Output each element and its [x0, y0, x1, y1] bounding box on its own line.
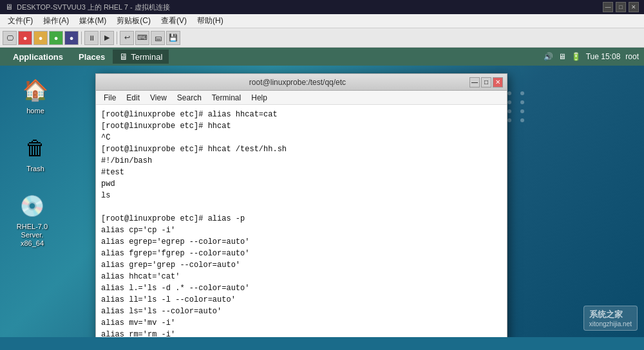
trash-icon: 🗑 — [20, 133, 51, 163]
toolbar-btn-pause[interactable]: ⏸ — [84, 31, 99, 45]
title-bar-buttons: — □ ✕ — [603, 2, 639, 12]
toolbar-sep-1 — [81, 32, 82, 44]
terminal-line-2: ^C — [101, 132, 502, 143]
title-bar: 🖥 DESKTOP-SVTVUU3 上的 RHEL 7 - 虚拟机连接 — □ … — [0, 0, 644, 14]
terminal-window-buttons: — □ ✕ — [469, 77, 503, 88]
maximize-button[interactable]: □ — [616, 2, 626, 12]
toolbar: 🖵 ● ● ● ● ⏸ ▶ ↩ ⌨ 🖴 💾 — [0, 28, 644, 48]
taskbar-applications[interactable]: Applications — [5, 50, 71, 64]
toolbar-btn-3[interactable]: ● — [33, 31, 48, 45]
toolbar-btn-play[interactable]: ▶ — [100, 31, 114, 45]
terminal-line-4: #!/bin/bash — [101, 155, 502, 167]
terminal-line-7: ls — [101, 190, 502, 201]
terminal-minimize-button[interactable]: — — [469, 77, 480, 88]
terminal-menu-search[interactable]: Search — [172, 92, 207, 104]
taskbar-battery-icon: 🔋 — [571, 52, 581, 61]
terminal-menu-terminal[interactable]: Terminal — [207, 92, 246, 104]
taskbar: Applications Places 🖥 Terminal 🔊 🖥 🔋 Tue… — [0, 48, 644, 66]
terminal-menu-view[interactable]: View — [145, 92, 172, 104]
close-button[interactable]: ✕ — [629, 2, 639, 12]
toolbar-sep-2 — [117, 32, 117, 44]
terminal-menu-edit[interactable]: Edit — [121, 92, 145, 104]
title-bar-left: 🖥 DESKTOP-SVTVUU3 上的 RHEL 7 - 虚拟机连接 — [5, 3, 170, 12]
desktop: 🏠 home 🗑 Trash 💿 RHEL-7.0 Server. x86_64… — [0, 66, 644, 337]
watermark-line1: 系统之家 — [589, 309, 632, 320]
desktop-icon-home[interactable]: 🏠 home — [13, 72, 58, 118]
home-icon: 🏠 — [20, 75, 51, 106]
menu-action[interactable]: 操作(A) — [38, 14, 74, 28]
menu-media[interactable]: 媒体(M) — [74, 14, 111, 28]
toolbar-btn-5[interactable]: ● — [64, 31, 79, 45]
terminal-body[interactable]: [root@linuxprobe etc]# alias hhcat=cat [… — [96, 105, 507, 337]
terminal-line-15: alias l.='ls -d .* --color=auto' — [101, 282, 502, 294]
watermark: 系统之家 xitongzhijia.net — [583, 306, 638, 331]
taskbar-right: 🔊 🖥 🔋 Tue 15:08 root — [544, 52, 639, 61]
watermark-line2: xitongzhijia.net — [589, 320, 632, 327]
terminal-line-19: alias rm='rm -i' — [101, 329, 502, 337]
terminal-title: root@linuxprobe:/test/qq/etc — [126, 78, 469, 87]
desktop-icon-dvd[interactable]: 💿 RHEL-7.0 Server. x86_64 — [10, 188, 55, 251]
taskbar-terminal-app[interactable]: 🖥 Terminal — [113, 50, 169, 64]
terminal-line-18: alias mv='mv -i' — [101, 317, 502, 329]
toolbar-btn-1[interactable]: 🖵 — [3, 31, 17, 45]
menu-help[interactable]: 帮助(H) — [192, 14, 229, 28]
terminal-line-13: alias grep='grep --color=auto' — [101, 259, 502, 271]
taskbar-time: Tue 15:08 — [586, 52, 621, 61]
taskbar-user: root — [625, 52, 639, 61]
taskbar-terminal-label: Terminal — [131, 52, 162, 62]
terminal-line-3: [root@linuxprobe etc]# hhcat /test/hh.sh — [101, 143, 502, 155]
menu-view[interactable]: 查看(V) — [156, 14, 192, 28]
dvd-icon-label: RHEL-7.0 Server. x86_64 — [12, 223, 52, 248]
menu-file[interactable]: 文件(F) — [3, 14, 38, 28]
terminal-line-10: alias cp='cp -i' — [101, 225, 502, 236]
terminal-line-16: alias ll='ls -l --color=auto' — [101, 294, 502, 306]
terminal-line-11: alias egrep='egrep --color=auto' — [101, 236, 502, 248]
toolbar-btn-4[interactable]: ● — [49, 31, 63, 45]
terminal-line-12: alias fgrep='fgrep --color=auto' — [101, 248, 502, 259]
terminal-menu-help[interactable]: Help — [246, 92, 272, 104]
taskbar-network-icon: 🖥 — [558, 52, 566, 61]
terminal-line-6: pwd — [101, 178, 502, 190]
terminal-line-5: #test — [101, 167, 502, 178]
taskbar-sound-icon: 🔊 — [544, 52, 553, 61]
window-title: DESKTOP-SVTVUU3 上的 RHEL 7 - 虚拟机连接 — [17, 3, 170, 12]
home-icon-label: home — [26, 107, 44, 115]
terminal-window: root@linuxprobe:/test/qq/etc — □ ✕ File … — [95, 73, 507, 337]
taskbar-left: Applications Places 🖥 Terminal — [5, 50, 169, 64]
desktop-icon-trash[interactable]: 🗑 Trash — [13, 130, 58, 176]
minimize-button[interactable]: — — [603, 2, 613, 12]
terminal-line-0: [root@linuxprobe etc]# alias hhcat=cat — [101, 109, 502, 120]
toolbar-btn-6[interactable]: ↩ — [120, 31, 134, 45]
terminal-close-button[interactable]: ✕ — [493, 77, 503, 88]
terminal-line-17: alias ls='ls --color=auto' — [101, 306, 502, 317]
terminal-line-9: [root@linuxprobe etc]# alias -p — [101, 213, 502, 225]
menu-bar: 文件(F) 操作(A) 媒体(M) 剪贴板(C) 查看(V) 帮助(H) — [0, 14, 644, 28]
terminal-titlebar: root@linuxprobe:/test/qq/etc — □ ✕ — [96, 74, 507, 91]
terminal-line-1: [root@linuxprobe etc]# hhcat — [101, 120, 502, 132]
dvd-icon: 💿 — [17, 190, 48, 221]
trash-icon-label: Trash — [26, 165, 44, 173]
toolbar-btn-7[interactable]: ⌨ — [135, 31, 149, 45]
toolbar-btn-9[interactable]: 💾 — [166, 31, 180, 45]
toolbar-btn-8[interactable]: 🖴 — [151, 31, 165, 45]
toolbar-btn-2[interactable]: ● — [18, 31, 32, 45]
taskbar-places[interactable]: Places — [71, 50, 113, 64]
terminal-menubar: File Edit View Search Terminal Help — [96, 91, 507, 105]
terminal-maximize-button[interactable]: □ — [481, 77, 491, 88]
terminal-line-14: alias hhcat='cat' — [101, 271, 502, 282]
terminal-menu-file[interactable]: File — [99, 92, 121, 104]
menu-clipboard[interactable]: 剪贴板(C) — [111, 14, 156, 28]
terminal-line-8 — [101, 201, 502, 213]
